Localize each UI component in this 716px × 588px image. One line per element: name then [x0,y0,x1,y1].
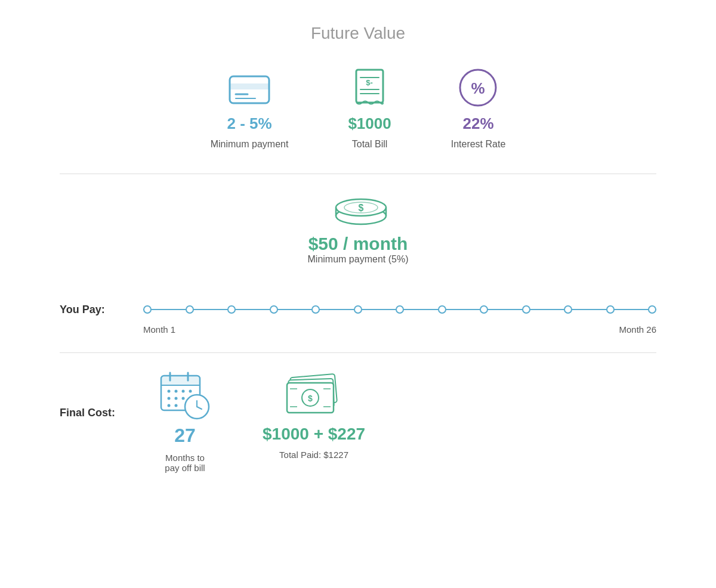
percent-icon: % [458,67,499,109]
timeline-dots [143,305,656,314]
timeline-dot [480,305,488,314]
final-cost-section: Final Cost: [60,371,656,473]
final-cost-label: Final Cost: [60,371,155,419]
svg-text:%: % [471,79,484,97]
month-labels: Month 1 Month 26 [60,324,656,335]
divider-1 [60,174,656,174]
credit-card-icon [229,67,270,109]
timeline-dot [396,305,404,314]
minimum-payment-value: 2 - 5% [227,114,271,133]
timeline-row: You Pay: [60,301,656,318]
svg-point-24 [182,389,185,392]
months-label: Months to pay off bill [165,453,205,473]
timeline-dot [354,305,362,314]
timeline-dot [143,305,152,314]
page-container: Future Value 2 - 5% Minimum payment [0,0,716,515]
final-cost-items: 27 Months to pay off bill [155,371,365,473]
svg-rect-1 [230,83,269,89]
timeline-dot [648,305,656,314]
total-bill-label: Total Bill [352,139,388,150]
money-icon: $ [331,192,385,228]
svg-text:$-: $- [366,78,373,87]
payment-amount: $50 / month [308,234,408,254]
month-end-label: Month 26 [619,324,656,335]
money-bills-icon: $ [284,371,344,419]
svg-rect-0 [230,76,269,103]
svg-point-25 [189,389,192,392]
svg-point-30 [175,404,178,407]
calendar-clock-icon [155,371,215,419]
total-bill-value: $1000 [348,114,391,133]
svg-text:$: $ [308,394,313,403]
receipt-icon: $- [349,67,391,109]
stat-interest-rate: % 22% Interest Rate [451,67,506,150]
svg-point-27 [175,397,178,400]
stats-section: 2 - 5% Minimum payment $- $1000 Total Bi… [60,67,656,150]
timeline-dot [606,305,615,314]
stat-total-bill: $- $1000 Total Bill [348,67,391,150]
timeline-dot [522,305,530,314]
payment-section: $ $50 / month Minimum payment (5%) You P… [60,192,656,335]
svg-point-28 [182,397,185,400]
svg-point-23 [175,389,178,392]
timeline-wrapper: You Pay: Month 1 Month 26 [60,295,656,335]
timeline-dot [438,305,446,314]
timeline-track [143,301,656,318]
svg-point-22 [168,389,171,392]
page-title: Future Value [60,24,656,43]
stat-minimum-payment: 2 - 5% Minimum payment [211,67,289,150]
timeline-dot [564,305,572,314]
timeline-dot [270,305,278,314]
interest-rate-value: 22% [462,114,493,133]
payment-label: Minimum payment (5%) [308,254,409,265]
total-cost-value: $1000 + $227 [263,425,365,444]
svg-point-26 [168,397,171,400]
months-value: 27 [174,425,196,447]
you-pay-label: You Pay: [60,304,143,316]
month-start-label: Month 1 [143,324,175,335]
svg-text:$: $ [359,203,364,213]
svg-rect-18 [161,376,200,385]
total-paid-label: Total Paid: $1227 [279,450,348,460]
timeline-dot [186,305,194,314]
timeline-dot [227,305,236,314]
svg-point-29 [168,404,171,407]
timeline-dot [311,305,320,314]
cost-item-total: $ $1000 + $227 Total Paid: $1227 [263,371,365,460]
minimum-payment-label: Minimum payment [211,139,289,150]
interest-rate-label: Interest Rate [451,139,506,150]
divider-2 [60,352,656,353]
cost-item-months: 27 Months to pay off bill [155,371,215,473]
